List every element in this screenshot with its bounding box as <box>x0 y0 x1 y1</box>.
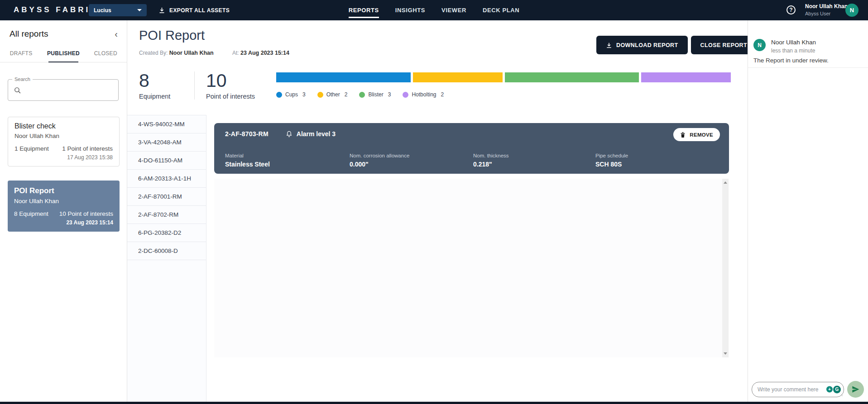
avatar: N <box>753 39 766 51</box>
legend-dot-blister <box>359 92 365 98</box>
tab-closed[interactable]: CLOSED <box>85 48 127 62</box>
field-corrosion-allowance: Nom. corrosion allowance 0.000" <box>350 153 473 168</box>
field-value: Stainless Steel <box>225 161 350 168</box>
top-navigation: REPORTS INSIGHTS VIEWER DECK PLAN <box>0 0 868 20</box>
equipment-list-item[interactable]: 6-PG-20382-D2 <box>127 224 206 242</box>
report-card-title: Blister check <box>14 122 113 130</box>
reports-sidebar: All reports ‹ DRAFTS PUBLISHED CLOSED Se… <box>0 20 127 402</box>
field-value: 0.000" <box>350 161 473 168</box>
legend-dot-cups <box>276 92 282 98</box>
poi-legend: Cups 3 Other 2 Blister 3 Hotbolting 2 <box>276 91 444 98</box>
sidebar-title: All reports <box>10 29 48 39</box>
legend-dot-other <box>317 92 323 98</box>
remove-button-label: REMOVE <box>690 132 713 138</box>
report-card-author: Noor Ullah Khan <box>14 133 113 139</box>
stat-poi-value: 10 <box>206 71 255 90</box>
trash-icon <box>680 132 686 138</box>
search-input[interactable]: Search <box>8 79 119 101</box>
topbar: ABYSS FABRIC Lucius EXPORT ALL ASSETS RE… <box>0 0 868 20</box>
sidebar-header: All reports ‹ <box>0 20 127 39</box>
report-card-author: Noor Ullah Khan <box>14 198 113 204</box>
send-comment-button[interactable] <box>847 381 864 398</box>
tab-drafts[interactable]: DRAFTS <box>0 48 42 62</box>
report-card-poi-report[interactable]: POI Report Noor Ullah Khan 8 Equipment 1… <box>8 181 120 232</box>
legend-dot-hotbolting <box>403 92 408 98</box>
legend-label: Hotbolting <box>412 91 436 98</box>
equipment-list-item[interactable]: 4-WS-94002-MM <box>127 115 206 133</box>
alarm-level-label: Alarm level 3 <box>297 130 336 138</box>
download-icon <box>606 42 612 48</box>
download-report-label: DOWNLOAD REPORT <box>616 42 678 48</box>
equipment-tag: 2-AF-8703-RM <box>225 130 269 138</box>
report-card-equipment-count: 8 Equipment <box>14 210 48 217</box>
search-label: Search <box>12 76 33 82</box>
alarm-bell-icon <box>286 130 293 138</box>
help-icon[interactable]: ? <box>786 5 796 14</box>
stat-divider <box>194 71 195 100</box>
report-tabs: DRAFTS PUBLISHED CLOSED <box>0 48 127 62</box>
comments-panel: N Noor Ullah Khan less than a minute The… <box>748 20 868 402</box>
legend-count: 2 <box>345 91 348 98</box>
legend-item-blister: Blister 3 <box>359 91 391 98</box>
comment-time: less than a minute <box>771 48 816 54</box>
field-value: 0.218" <box>473 161 595 168</box>
legend-item-hotbolting: Hotbolting 2 <box>403 91 444 98</box>
poi-scroll-area <box>214 179 729 357</box>
poi-distribution-bar <box>276 72 731 82</box>
field-label: Nom. thickness <box>473 153 595 158</box>
report-card-poi-count: 10 Point of interests <box>59 210 113 217</box>
stat-poi-label: Point of interests <box>206 93 255 100</box>
stat-equipment-label: Equipment <box>139 93 170 100</box>
equipment-list-item[interactable]: 4-DO-61150-AM <box>127 152 206 170</box>
chevron-left-icon[interactable]: ‹ <box>115 30 118 38</box>
vertical-scrollbar[interactable] <box>722 179 729 357</box>
field-label: Nom. corrosion allowance <box>350 153 473 158</box>
bar-segment-blister <box>505 72 639 82</box>
nav-item-viewer[interactable]: VIEWER <box>441 0 466 20</box>
equipment-list-item[interactable]: 2-DC-60008-D <box>127 242 206 260</box>
field-label: Material <box>225 153 350 158</box>
bar-segment-other <box>413 72 503 82</box>
created-by-label: Created By: <box>139 50 168 56</box>
equipment-list-item[interactable]: 2-AF-87001-RM <box>127 188 206 206</box>
legend-count: 3 <box>388 91 391 98</box>
close-report-button[interactable]: CLOSE REPORT <box>691 36 757 54</box>
legend-item-cups: Cups 3 <box>276 91 306 98</box>
suggestion-bulb-icon[interactable]: + <box>826 386 833 393</box>
nav-item-reports[interactable]: REPORTS <box>349 0 379 20</box>
avatar[interactable]: N <box>845 4 858 17</box>
legend-label: Cups <box>285 91 298 98</box>
field-pipe-schedule: Pipe schedule SCH 80S <box>595 153 724 168</box>
send-icon <box>851 385 860 394</box>
grammarly-icon[interactable]: G <box>833 385 841 393</box>
equipment-list-item[interactable]: 6-AM-20313-A1-1H <box>127 170 206 188</box>
report-card-title: POI Report <box>14 186 113 195</box>
comment-entry: N Noor Ullah Khan less than a minute <box>753 39 816 54</box>
report-card-equipment-count: 1 Equipment <box>14 145 49 152</box>
stat-poi: 10 Point of interests <box>206 71 255 100</box>
field-value: SCH 80S <box>595 161 724 168</box>
user-block: Noor Ullah Khan Abyss User <box>805 3 848 16</box>
created-at-value: 23 Aug 2023 15:14 <box>240 50 289 56</box>
stat-equipment: 8 Equipment <box>139 71 170 100</box>
report-card-blister-check[interactable]: Blister check Noor Ullah Khan 1 Equipmen… <box>8 117 120 166</box>
remove-button[interactable]: REMOVE <box>673 128 720 141</box>
nav-item-deck-plan[interactable]: DECK PLAN <box>483 0 519 20</box>
tab-published[interactable]: PUBLISHED <box>42 48 84 62</box>
scroll-up-arrow-icon[interactable] <box>724 181 727 184</box>
equipment-list-item[interactable]: 3-VA-42048-AM <box>127 133 206 152</box>
panel-divider <box>748 67 868 68</box>
nav-item-insights[interactable]: INSIGHTS <box>395 0 425 20</box>
report-card-date: 23 Aug 2023 15:14 <box>14 219 113 226</box>
field-material: Material Stainless Steel <box>225 153 350 168</box>
report-card-poi-count: 1 Point of interests <box>62 145 113 152</box>
comment-message: The Report in under review. <box>753 57 829 64</box>
equipment-list-item[interactable]: 2-AF-8702-RM <box>127 206 206 224</box>
detail-header: 2-AF-8703-RM Alarm level 3 <box>225 130 336 138</box>
equipment-detail-card: 2-AF-8703-RM Alarm level 3 REMOVE Materi… <box>214 123 729 174</box>
comment-input-wrap: + G <box>752 382 844 397</box>
scroll-down-arrow-icon[interactable] <box>724 352 727 355</box>
download-report-button[interactable]: DOWNLOAD REPORT <box>596 36 688 54</box>
search-icon <box>14 86 21 96</box>
legend-label: Blister <box>368 91 383 98</box>
